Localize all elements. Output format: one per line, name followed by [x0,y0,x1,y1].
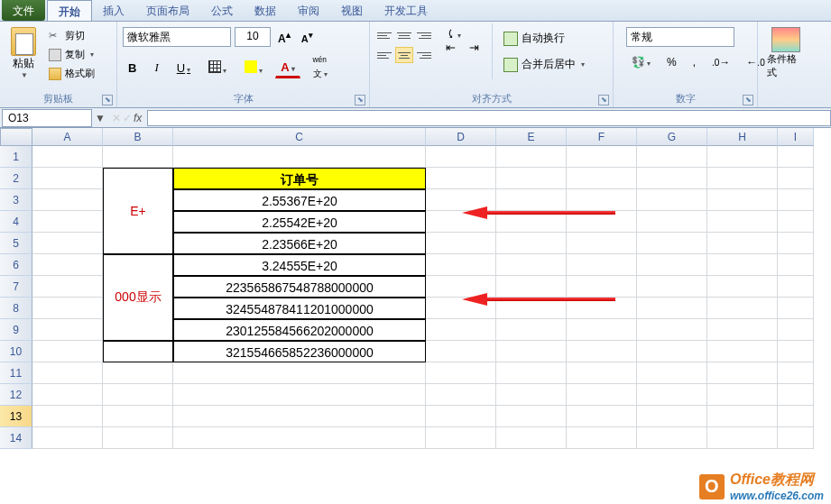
cell[interactable] [103,341,173,362]
percent-button[interactable]: % [661,54,682,70]
select-all-corner[interactable] [0,128,32,146]
cell[interactable] [103,146,173,168]
align-right-button[interactable] [415,47,433,63]
cell[interactable] [496,319,567,341]
cell[interactable] [637,233,707,254]
copy-button[interactable]: 复制▾ [45,46,98,63]
cell[interactable]: 订单号 [173,168,426,189]
row-header[interactable]: 13 [0,406,32,427]
cell[interactable] [173,406,426,427]
col-header[interactable]: D [426,128,496,146]
cell[interactable] [637,254,707,276]
cell[interactable] [707,254,778,276]
col-header[interactable]: G [637,128,707,146]
cell[interactable] [426,427,496,449]
cell[interactable] [103,406,173,427]
merged-cell-group1[interactable]: E+ [103,168,173,254]
comma-button[interactable]: , [688,54,701,70]
cell[interactable] [778,341,814,362]
cell[interactable] [173,427,426,449]
cell[interactable] [426,146,496,168]
cell[interactable] [707,168,778,189]
cell[interactable] [567,427,637,449]
formula-input[interactable] [147,110,831,126]
cell[interactable] [32,319,103,341]
cell[interactable] [103,384,173,406]
cell[interactable] [707,427,778,449]
cell[interactable] [778,254,814,276]
cell[interactable]: 223565867548788000000 [173,276,426,298]
col-header[interactable]: A [32,128,103,146]
merge-center-button[interactable]: 合并后居中▾ [500,53,588,76]
merged-cell-group2[interactable]: 000显示 [103,254,173,341]
cell[interactable] [778,406,814,427]
cut-button[interactable]: ✂剪切 [45,27,98,44]
cell[interactable]: 2.25542E+20 [173,211,426,233]
cell[interactable]: 2.23566E+20 [173,233,426,254]
cell[interactable] [173,146,426,168]
cell[interactable] [637,298,707,319]
cell[interactable] [637,427,707,449]
row-header[interactable]: 8 [0,298,32,319]
cell[interactable] [103,427,173,449]
cell[interactable] [496,254,567,276]
row-header[interactable]: 1 [0,146,32,168]
row-header[interactable]: 4 [0,211,32,233]
cell[interactable] [32,362,103,384]
cell[interactable] [567,168,637,189]
cell[interactable] [32,406,103,427]
row-header[interactable]: 5 [0,233,32,254]
cell[interactable] [637,341,707,362]
cell[interactable]: 321554665852236000000 [173,341,426,362]
cell[interactable] [778,427,814,449]
dialog-launcher-icon[interactable]: ⬊ [355,95,365,105]
cell[interactable]: 3.24555E+20 [173,254,426,276]
fill-color-button[interactable]: ▾ [239,58,268,78]
align-center-button[interactable] [395,47,413,63]
cell[interactable] [496,406,567,427]
cell[interactable] [707,276,778,298]
namebox-dropdown[interactable]: ▼ [94,112,106,124]
cell[interactable] [637,384,707,406]
cell[interactable] [707,406,778,427]
col-header[interactable]: B [103,128,173,146]
cell[interactable] [32,168,103,189]
row-header[interactable]: 7 [0,276,32,298]
tab-file[interactable]: 文件 [2,0,45,21]
dialog-launcher-icon[interactable]: ⬊ [743,95,753,105]
col-header[interactable]: C [173,128,426,146]
cancel-formula-icon[interactable]: ✕ [112,112,121,124]
cell[interactable] [496,168,567,189]
row-header[interactable]: 2 [0,168,32,189]
dialog-launcher-icon[interactable]: ⬊ [598,95,609,105]
align-bottom-button[interactable] [415,27,433,43]
tab-review[interactable]: 审阅 [287,0,330,21]
font-size-select[interactable]: 10 [235,27,271,47]
row-header[interactable]: 11 [0,362,32,384]
cell[interactable]: 230125584566202000000 [173,319,426,341]
cell[interactable] [32,341,103,362]
row-header[interactable]: 9 [0,319,32,341]
number-format-select[interactable]: 常规 [626,27,734,47]
tab-data[interactable]: 数据 [244,0,287,21]
cell[interactable]: 324554878411201000000 [173,298,426,319]
cell[interactable] [426,406,496,427]
tab-home[interactable]: 开始 [47,0,92,21]
cell[interactable] [32,427,103,449]
increase-indent-button[interactable]: ⇥ [464,38,485,57]
cell[interactable] [567,406,637,427]
cell[interactable] [707,298,778,319]
increase-decimal-button[interactable]: .0→ [706,54,735,70]
tab-insert[interactable]: 插入 [92,0,135,21]
cell[interactable] [32,146,103,168]
decrease-indent-button[interactable]: ⇤ [440,38,461,57]
row-header[interactable]: 14 [0,427,32,449]
cell[interactable] [496,341,567,362]
name-box[interactable]: O13 [2,109,92,127]
enter-formula-icon[interactable]: ✓ [123,112,132,124]
cell[interactable] [32,384,103,406]
cell[interactable] [426,319,496,341]
decrease-font-icon[interactable]: A▾ [298,28,317,46]
cell[interactable] [637,168,707,189]
cell[interactable] [778,319,814,341]
